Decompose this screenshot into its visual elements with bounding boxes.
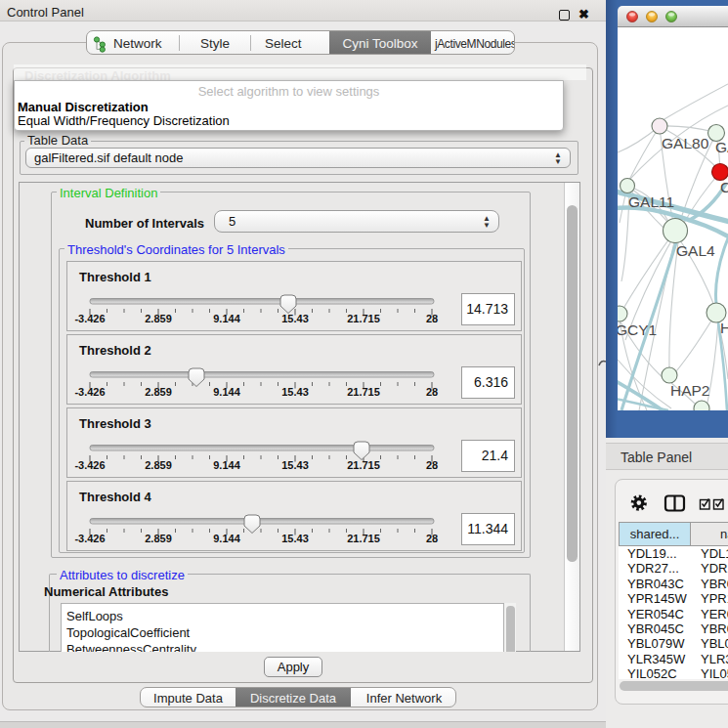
svg-text:9.144: 9.144 bbox=[213, 459, 240, 471]
svg-text:GAL11: GAL11 bbox=[628, 193, 674, 210]
svg-text:21.715: 21.715 bbox=[347, 459, 380, 471]
svg-text:2.859: 2.859 bbox=[145, 313, 172, 324]
svg-text:-3.426: -3.426 bbox=[74, 313, 105, 324]
svg-text:15.43: 15.43 bbox=[281, 386, 309, 398]
svg-text:21.715: 21.715 bbox=[347, 533, 380, 544]
svg-text:9.144: 9.144 bbox=[213, 386, 240, 398]
svg-text:GAL4: GAL4 bbox=[676, 242, 715, 259]
svg-text:C: C bbox=[720, 179, 728, 195]
svg-text:HAP2: HAP2 bbox=[670, 382, 710, 399]
svg-text:GCY1: GCY1 bbox=[618, 321, 657, 338]
svg-text:2.859: 2.859 bbox=[145, 459, 172, 471]
svg-text:2.859: 2.859 bbox=[145, 386, 172, 398]
svg-text:H: H bbox=[720, 320, 728, 336]
svg-text:28: 28 bbox=[426, 533, 438, 544]
svg-text:15.43: 15.43 bbox=[281, 459, 309, 471]
svg-text:28: 28 bbox=[426, 313, 438, 324]
svg-text:-3.426: -3.426 bbox=[74, 386, 105, 398]
svg-text:9.144: 9.144 bbox=[213, 313, 240, 324]
svg-text:15.43: 15.43 bbox=[281, 313, 309, 324]
svg-text:15.43: 15.43 bbox=[281, 533, 309, 544]
svg-text:GA: GA bbox=[715, 139, 728, 155]
svg-text:21.715: 21.715 bbox=[347, 386, 380, 398]
svg-text:2.859: 2.859 bbox=[145, 533, 172, 544]
svg-text:GAL80: GAL80 bbox=[662, 135, 709, 151]
svg-text:28: 28 bbox=[426, 459, 438, 471]
svg-text:9.144: 9.144 bbox=[213, 533, 240, 544]
svg-text:-3.426: -3.426 bbox=[74, 533, 105, 544]
svg-text:-3.426: -3.426 bbox=[74, 459, 105, 471]
svg-text:28: 28 bbox=[426, 386, 438, 398]
svg-text:21.715: 21.715 bbox=[347, 313, 380, 324]
